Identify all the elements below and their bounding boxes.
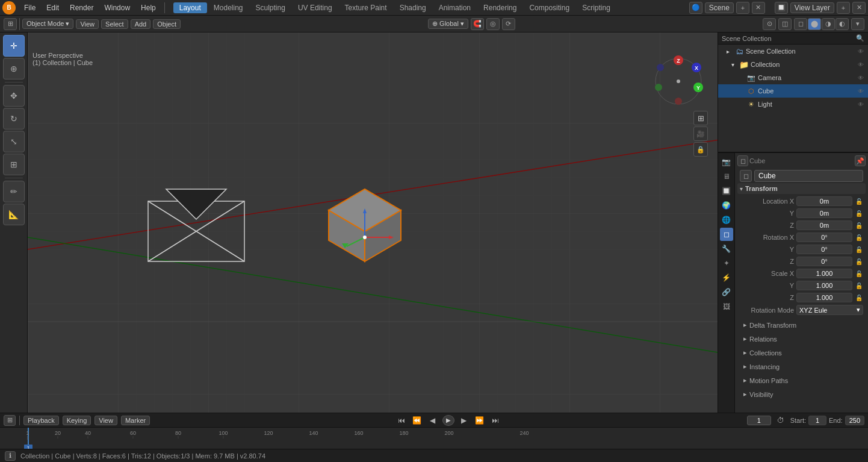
annotate-tool[interactable]: ✏ [3, 181, 25, 202]
outliner-cube[interactable]: ⬡ Cube 👁 [718, 84, 868, 98]
collections-header[interactable]: ▸ Collections [741, 348, 862, 358]
scale-z-value[interactable]: 1.000 [796, 293, 852, 302]
navigation-gizmo[interactable]: Z Y X [651, 54, 705, 108]
object-type-icon[interactable]: ◻ [740, 170, 752, 182]
lock-view-btn[interactable]: 🔒 [693, 142, 708, 157]
camera-vis[interactable]: 👁 [856, 73, 866, 83]
tab-uv-editing[interactable]: UV Editing [292, 2, 338, 13]
prop-world-icon[interactable]: 🌐 [720, 213, 733, 226]
instancing-header[interactable]: ▸ Instancing [741, 361, 862, 372]
cursor-tool[interactable]: ⊕ [3, 58, 25, 80]
rotation-z-lock[interactable]: 🔓 [855, 257, 863, 266]
location-z-lock[interactable]: 🔓 [855, 221, 863, 229]
location-z-value[interactable]: 0m [796, 220, 852, 230]
rotation-y-value[interactable]: 0° [796, 245, 852, 254]
location-y-lock[interactable]: 🔓 [855, 209, 863, 217]
transform-section-header[interactable]: ▾ Transform [737, 183, 866, 194]
keying-btn[interactable]: Keying [63, 416, 91, 425]
prop-view-layer-icon[interactable]: 🔲 [720, 184, 733, 198]
scale-x-lock[interactable]: 🔓 [855, 269, 863, 278]
transform-tool[interactable]: ⊞ [3, 154, 25, 175]
menu-help[interactable]: Help [136, 2, 161, 13]
tab-texture-paint[interactable]: Texture Paint [339, 2, 393, 13]
prop-physics-icon[interactable]: ⚡ [720, 271, 733, 284]
tab-scripting[interactable]: Scripting [576, 2, 616, 13]
shading-options-btn[interactable]: ▾ [851, 18, 864, 30]
global-btn[interactable]: ⊕ Global ▾ [428, 19, 468, 29]
object-mode-btn[interactable]: Object Mode ▾ [22, 19, 73, 29]
light-vis[interactable]: 👁 [856, 99, 866, 109]
collection-vis[interactable]: 👁 [856, 60, 866, 69]
camera-view-btn[interactable]: 🎥 [693, 126, 708, 141]
menu-window[interactable]: Window [99, 2, 135, 13]
viewport[interactable]: User Perspective (1) Collection | Cube Z… [28, 33, 718, 413]
prop-scene-icon[interactable]: 🌍 [720, 199, 733, 212]
view-btn-tl[interactable]: View [95, 416, 117, 425]
select-tool[interactable]: ✛ [3, 35, 25, 57]
scene-collection-vis[interactable]: 👁 [856, 46, 866, 56]
menu-render[interactable]: Render [65, 2, 98, 13]
tab-animation[interactable]: Animation [433, 2, 477, 13]
prop-constraints-icon[interactable]: 🔗 [720, 286, 733, 299]
prop-output-icon[interactable]: 🖥 [720, 170, 733, 183]
scene-selector[interactable]: Scene [705, 2, 734, 13]
rotate-tool[interactable]: ↻ [3, 108, 25, 130]
scale-y-value[interactable]: 1.000 [796, 281, 852, 290]
tab-layout[interactable]: Layout [173, 2, 207, 13]
rotation-x-lock[interactable]: 🔓 [855, 233, 863, 242]
solid-btn[interactable]: ⬤ [808, 18, 821, 30]
menu-file[interactable]: File [19, 2, 40, 13]
viewlayer-selector[interactable]: View Layer [790, 2, 834, 13]
select-btn[interactable]: Select [101, 19, 128, 29]
wireframe-btn[interactable]: ◻ [794, 18, 807, 30]
info-icon[interactable]: ℹ [5, 451, 16, 461]
prop-modifier-icon[interactable]: 🔧 [720, 242, 733, 255]
delete-layer-btn[interactable]: ✕ [852, 2, 866, 14]
prop-type-icon[interactable]: ◻ [737, 155, 748, 166]
prev-keyframe-btn[interactable]: ⏪ [411, 415, 423, 426]
xray-btn[interactable]: ◫ [778, 18, 792, 30]
end-val[interactable]: 250 [845, 416, 864, 425]
prop-render-icon[interactable]: 📷 [720, 155, 733, 169]
scale-y-lock[interactable]: 🔓 [855, 281, 863, 290]
current-frame-display[interactable]: 1 [747, 416, 771, 425]
rotation-x-value[interactable]: 0° [796, 233, 852, 242]
menu-edit[interactable]: Edit [42, 2, 64, 13]
start-val[interactable]: 1 [808, 416, 826, 425]
add-btn[interactable]: Add [131, 19, 151, 29]
outliner-camera[interactable]: 📷 Camera 👁 [718, 71, 868, 84]
rotation-mode-dropdown[interactable]: XYZ Eule ▾ [796, 305, 863, 315]
prop-data-icon[interactable]: 🖼 [720, 300, 733, 313]
tab-compositing[interactable]: Compositing [523, 2, 575, 13]
new-scene-btn[interactable]: + [736, 2, 749, 14]
location-x-lock[interactable]: 🔓 [855, 197, 863, 205]
prop-particles-icon[interactable]: ✦ [720, 257, 733, 270]
move-tool[interactable]: ✥ [3, 85, 25, 107]
delete-scene-btn[interactable]: ✕ [752, 2, 765, 14]
marker-btn[interactable]: Marker [121, 416, 150, 425]
proportional-btn[interactable]: ◎ [486, 18, 500, 30]
tab-modeling[interactable]: Modeling [208, 2, 249, 13]
timeline-track[interactable]: 1 20 40 60 80 100 120 140 160 180 200 24… [0, 428, 868, 449]
cube-vis[interactable]: 👁 [856, 86, 866, 96]
jump-start-btn[interactable]: ⏮ [395, 415, 408, 426]
next-keyframe-btn[interactable]: ⏩ [474, 415, 486, 426]
playback-btn[interactable]: Playback [23, 416, 59, 425]
location-y-value[interactable]: 0m [796, 208, 852, 218]
scale-x-value[interactable]: 1.000 [796, 269, 852, 278]
scale-tool[interactable]: ⤡ [3, 131, 25, 152]
motion-paths-header[interactable]: ▸ Motion Paths [741, 375, 862, 386]
new-layer-btn[interactable]: + [837, 2, 850, 14]
prop-object-icon[interactable]: ◻ [720, 228, 733, 241]
view-btn[interactable]: View [76, 19, 99, 29]
object-btn[interactable]: Object [153, 19, 181, 29]
rotation-y-lock[interactable]: 🔓 [855, 245, 863, 254]
grid-btn[interactable]: ⊞ [693, 111, 708, 125]
delta-transform-header[interactable]: ▸ Delta Transform [741, 320, 862, 330]
outliner-collection[interactable]: ▾ 📁 Collection 👁 [718, 58, 868, 71]
jump-end-btn[interactable]: ⏭ [489, 415, 501, 426]
visibility-header[interactable]: ▸ Visibility [741, 389, 862, 399]
prop-pin-btn[interactable]: 📌 [855, 155, 866, 166]
material-btn[interactable]: ◑ [822, 18, 835, 30]
play-btn[interactable]: ▶ [442, 415, 454, 426]
